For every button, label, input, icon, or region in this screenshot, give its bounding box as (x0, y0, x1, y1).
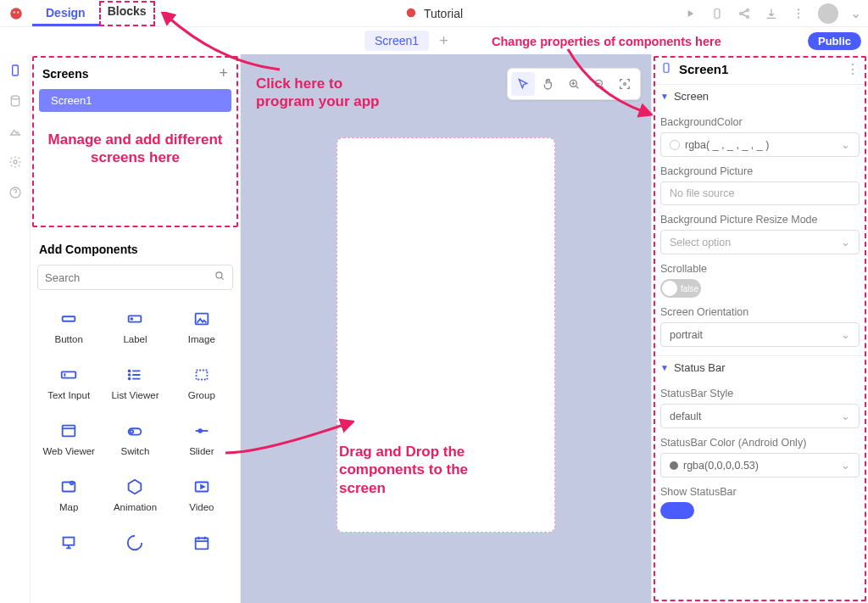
bg-picture-input[interactable]: No file source (660, 181, 860, 205)
top-right-actions: ⌄ (682, 3, 861, 24)
add-screen-button[interactable]: + (219, 64, 228, 82)
component-extra-3[interactable] (169, 524, 235, 561)
app-logo (8, 6, 24, 21)
presentation-icon (58, 533, 79, 553)
rail-designer-icon[interactable] (8, 63, 23, 78)
svg-point-1 (14, 11, 15, 13)
component-label: Text Input (47, 390, 90, 400)
svg-point-22 (129, 374, 131, 376)
properties-header: Screen1 ⋮ (652, 54, 868, 85)
rail-database-icon[interactable] (8, 93, 23, 109)
orientation-label: Screen Orientation (660, 306, 860, 318)
tab-design[interactable]: Design (32, 1, 99, 26)
svg-point-2 (17, 11, 19, 13)
account-caret-icon[interactable]: ⌄ (850, 5, 861, 21)
component-search[interactable] (37, 265, 233, 290)
svg-rect-37 (664, 63, 669, 72)
left-panel: Screens + Screen1 Manage and add differe… (31, 54, 241, 603)
device-icon[interactable] (709, 6, 725, 21)
scrollable-toggle[interactable]: false (660, 279, 701, 298)
fit-screen-icon[interactable] (613, 72, 637, 96)
section-statusbar[interactable]: ▼Status Bar (652, 355, 868, 379)
svg-point-9 (798, 12, 799, 14)
search-input[interactable] (45, 271, 214, 284)
component-switch[interactable]: Switch (102, 412, 168, 465)
project-title-wrap: Tutorial (405, 7, 463, 20)
svg-point-27 (131, 430, 134, 433)
statusbar-color-value: rgba(0,0,0,0.53) (683, 460, 759, 472)
rail-help-icon[interactable] (8, 185, 23, 200)
component-video[interactable]: Video (169, 468, 235, 521)
component-image[interactable]: Image (169, 300, 235, 353)
component-label: Image (188, 334, 215, 344)
chevron-down-icon: ⌄ (841, 138, 850, 151)
properties-title: Screen1 (679, 62, 839, 76)
download-icon[interactable] (764, 6, 779, 21)
component-label: Web Viewer (42, 446, 95, 456)
component-label: Video (189, 502, 214, 512)
component-extra-1[interactable] (36, 524, 102, 561)
svg-point-7 (747, 15, 749, 18)
canvas[interactable] (241, 54, 651, 603)
component-slider[interactable]: Slider (169, 412, 235, 465)
avatar[interactable] (818, 3, 838, 24)
play-icon[interactable] (682, 6, 698, 21)
pan-tool-icon[interactable] (537, 72, 560, 96)
component-text-input[interactable]: Text Input (36, 356, 102, 409)
chevron-down-icon: ⌄ (841, 410, 850, 422)
properties-more-icon[interactable]: ⋮ (846, 61, 860, 77)
current-screen-chip[interactable]: Screen1 (364, 31, 429, 51)
bg-color-selector[interactable]: rgba( _ , _ , _ , _ )⌄ (660, 132, 860, 157)
component-label: Animation (114, 502, 157, 512)
rail-image-icon[interactable] (8, 124, 23, 139)
show-statusbar-toggle[interactable] (660, 502, 694, 519)
project-logo-icon (405, 7, 419, 20)
svg-point-15 (216, 272, 222, 278)
component-map[interactable]: Map (36, 468, 102, 521)
component-animation[interactable]: Animation (102, 468, 168, 521)
bg-picture-label: Background Picture (660, 165, 860, 177)
component-group[interactable]: Group (169, 356, 235, 409)
more-icon[interactable] (791, 6, 806, 21)
svg-point-10 (798, 16, 799, 18)
component-label: List Viewer (111, 390, 159, 400)
zoom-out-icon[interactable] (587, 72, 611, 96)
screen-item-screen1[interactable]: Screen1 (39, 89, 231, 112)
color-swatch-icon (670, 461, 678, 470)
phone-preview[interactable] (337, 137, 555, 533)
screen-icon (660, 62, 672, 77)
add-components-title: Add Components (36, 237, 235, 265)
component-label: Map (59, 502, 78, 512)
component-grid: Button Label Image Text Input List Viewe… (36, 300, 235, 561)
add-screen-button-top[interactable]: + (434, 32, 453, 50)
scrollable-label: Scrollable (660, 263, 860, 275)
tab-blocks[interactable]: Blocks (99, 1, 155, 26)
svg-point-23 (129, 378, 131, 380)
component-extra-2[interactable] (102, 524, 168, 561)
svg-point-6 (747, 8, 749, 11)
search-icon (214, 270, 225, 285)
chevron-down-icon: ⌄ (841, 236, 850, 248)
component-web-viewer[interactable]: Web Viewer (36, 412, 102, 465)
section-screen[interactable]: ▼Screen (652, 85, 868, 108)
bg-resize-selector[interactable]: Select option⌄ (660, 230, 860, 254)
select-tool-icon[interactable] (511, 72, 535, 96)
orientation-selector[interactable]: portrait⌄ (660, 322, 860, 347)
component-label[interactable]: Label (102, 300, 168, 353)
statusbar-color-selector[interactable]: rgba(0,0,0,0.53)⌄ (660, 453, 860, 477)
zoom-in-icon[interactable] (562, 72, 586, 96)
top-bar: Design Blocks Tutorial ⌄ (0, 0, 868, 27)
statusbar-style-selector[interactable]: default⌄ (660, 404, 860, 428)
rail-settings-icon[interactable] (8, 154, 23, 170)
chevron-down-icon: ▼ (660, 363, 669, 372)
component-label: Group (188, 390, 215, 400)
share-icon[interactable] (737, 6, 752, 21)
svg-rect-20 (62, 371, 76, 377)
top-tabs: Design Blocks (32, 1, 155, 26)
component-list-viewer[interactable]: List Viewer (102, 356, 168, 409)
component-label: Label (123, 334, 147, 344)
component-button[interactable]: Button (36, 300, 102, 353)
svg-point-13 (14, 160, 17, 164)
public-toggle[interactable]: Public (808, 32, 861, 50)
group-icon (192, 365, 212, 385)
